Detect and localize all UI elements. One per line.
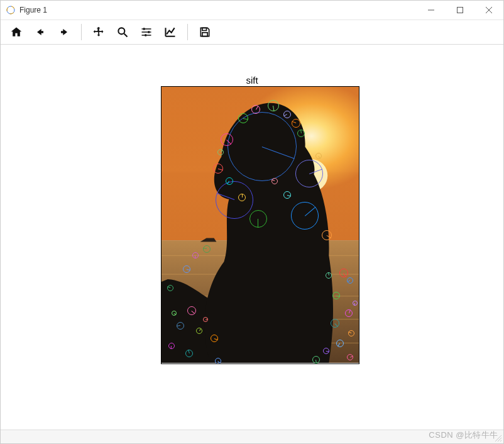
svg-point-5: [118, 28, 124, 34]
save-button[interactable]: [193, 21, 217, 43]
sift-keypoint: [295, 160, 323, 187]
sift-keypoint: [322, 230, 332, 240]
sift-keypoint: [221, 133, 233, 146]
sift-keypoint: [172, 311, 177, 316]
image-axes[interactable]: [161, 86, 359, 364]
forward-button[interactable]: [52, 21, 76, 43]
sift-keypoint: [347, 277, 353, 284]
sift-keypoint: [238, 113, 248, 123]
sift-keypoint: [326, 272, 332, 279]
arrow-left-icon: [34, 26, 47, 38]
titlebar[interactable]: Figure 1: [1, 1, 503, 19]
minimize-button[interactable]: [417, 1, 446, 19]
sift-keypoint: [353, 301, 358, 306]
sift-keypoint: [332, 292, 340, 299]
maximize-button[interactable]: [446, 1, 474, 19]
sift-keypoint: [291, 202, 319, 230]
svg-rect-2: [457, 8, 463, 13]
close-button[interactable]: [474, 1, 503, 19]
sift-keypoint: [185, 350, 193, 357]
svg-rect-8: [145, 34, 147, 36]
toolbar-separator: [187, 24, 188, 40]
sift-keypoint: [251, 105, 260, 114]
sift-keypoint: [348, 330, 354, 336]
sift-keypoint: [213, 164, 223, 174]
sift-keypoint: [292, 119, 300, 128]
figure-canvas[interactable]: sift: [1, 45, 503, 430]
sift-keypoint: [312, 356, 320, 364]
sift-keypoint: [271, 178, 278, 184]
home-button[interactable]: [4, 21, 28, 43]
sift-keypoint: [211, 335, 218, 342]
toolbar-separator: [81, 24, 82, 40]
sift-keypoint: [249, 210, 267, 228]
sift-keypoint: [297, 130, 305, 137]
sift-keypoint: [331, 319, 339, 328]
sift-keypoint: [192, 252, 199, 258]
sift-keypoint: [187, 306, 196, 315]
sift-keypoint: [347, 354, 353, 360]
sift-keypoint: [183, 265, 190, 273]
toolbar: [1, 19, 503, 45]
svg-rect-6: [143, 28, 145, 30]
svg-rect-10: [202, 33, 207, 36]
sift-keypoint: [216, 181, 253, 219]
figure-window: Figure 1: [0, 0, 504, 444]
resize-grip-icon[interactable]: [495, 435, 502, 442]
axes-button[interactable]: [158, 21, 182, 43]
save-icon: [199, 26, 211, 38]
window-title: Figure 1: [19, 6, 47, 14]
sift-keypoint: [227, 112, 297, 181]
pan-button[interactable]: [87, 21, 111, 43]
sift-keypoint: [323, 348, 329, 354]
sliders-icon: [140, 26, 153, 38]
sift-keypoint: [345, 309, 353, 317]
home-icon: [10, 26, 23, 38]
back-button[interactable]: [28, 21, 52, 43]
svg-rect-3: [40, 31, 43, 33]
sift-keypoint: [203, 317, 208, 322]
sift-keypoint: [339, 269, 348, 277]
sift-keypoint: [226, 177, 233, 185]
keypoint-layer: [162, 87, 359, 364]
sift-keypoint: [315, 153, 322, 159]
sift-keypoint: [217, 149, 224, 155]
arrow-right-icon: [58, 26, 70, 38]
app-icon: [6, 5, 16, 15]
sift-keypoint: [283, 111, 291, 118]
sift-keypoint: [238, 194, 246, 201]
svg-rect-9: [202, 28, 207, 30]
move-icon: [92, 26, 105, 38]
sift-keypoint: [177, 322, 184, 330]
svg-rect-4: [61, 31, 64, 33]
chart-line-icon: [164, 26, 177, 38]
sift-keypoint: [203, 245, 211, 253]
subplots-button[interactable]: [134, 21, 158, 43]
sift-keypoint: [167, 285, 173, 291]
sift-keypoint: [215, 358, 221, 364]
status-bar: [1, 430, 503, 443]
plot-title: sift: [246, 75, 258, 86]
zoom-button[interactable]: [111, 21, 134, 43]
sift-keypoint: [168, 343, 175, 349]
svg-rect-7: [148, 31, 150, 33]
sift-keypoint: [283, 191, 291, 199]
sift-keypoint: [268, 100, 279, 111]
sift-keypoint: [336, 340, 344, 347]
sift-keypoint: [196, 328, 202, 334]
zoom-icon: [116, 26, 129, 38]
